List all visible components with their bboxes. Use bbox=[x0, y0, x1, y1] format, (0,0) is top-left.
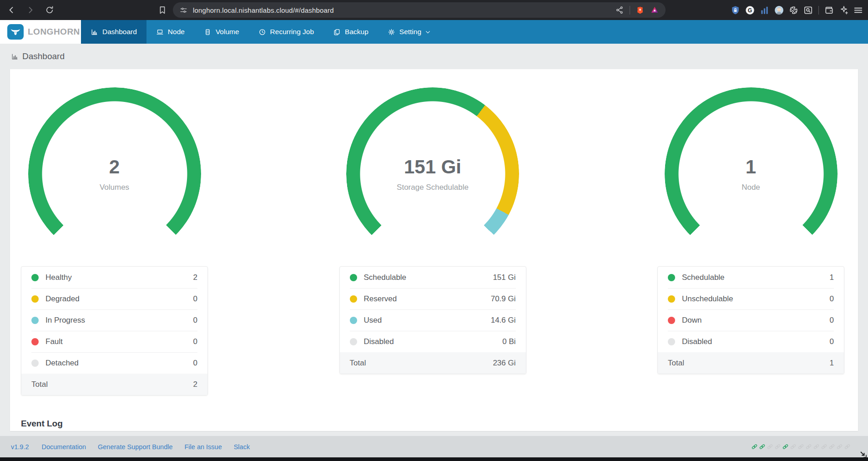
footer-link-file-an-issue[interactable]: File an Issue bbox=[184, 443, 222, 451]
nav-item-label: Backup bbox=[345, 28, 368, 36]
legend-table-node: Schedulable1Unschedulable0Down0Disabled0… bbox=[657, 266, 844, 374]
legend-row: Healthy2 bbox=[21, 267, 207, 288]
gauge-label: Volumes bbox=[100, 183, 129, 192]
wallet-icon[interactable] bbox=[824, 5, 834, 15]
legend-label: Healthy bbox=[45, 273, 72, 282]
gauge-center: 1Node bbox=[665, 87, 838, 260]
url-text[interactable]: longhorn.local.nishantlabs.cloud/#/dashb… bbox=[193, 6, 334, 14]
status-dot bbox=[31, 338, 39, 345]
gauge-column-node: 1NodeSchedulable1Unschedulable0Down0Disa… bbox=[657, 87, 844, 395]
reload-button[interactable] bbox=[42, 2, 57, 18]
legend-row: Disabled0 Bi bbox=[340, 331, 526, 352]
legend-label: Disabled bbox=[364, 337, 394, 346]
divider bbox=[818, 6, 819, 15]
back-button[interactable] bbox=[4, 2, 19, 18]
bookmark-button[interactable] bbox=[157, 5, 167, 15]
footer-link-generate-support-bundle[interactable]: Generate Support Bundle bbox=[98, 443, 172, 451]
status-dot bbox=[350, 338, 357, 345]
status-dot bbox=[350, 317, 357, 324]
legend-row: Schedulable1 bbox=[658, 267, 844, 288]
gauge-column-storage-schedulable: 151 GiStorage SchedulableSchedulable151 … bbox=[339, 87, 526, 395]
legend-value: 0 bbox=[830, 294, 834, 304]
total-value: 2 bbox=[193, 380, 197, 389]
longhorn-logo[interactable]: LONGHORN bbox=[0, 20, 81, 44]
legend-label: Unschedulable bbox=[682, 294, 733, 304]
legend-value: 0 bbox=[193, 359, 197, 368]
legend-row: Used14.6 Gi bbox=[340, 309, 526, 331]
chain-link-icon bbox=[767, 443, 773, 450]
database-icon bbox=[204, 28, 212, 36]
brave-rewards-icon[interactable] bbox=[650, 5, 659, 15]
nav-item-setting[interactable]: Setting bbox=[378, 20, 441, 44]
legend-row: Unschedulable0 bbox=[658, 288, 844, 309]
extension-shield-lock-icon[interactable] bbox=[730, 5, 741, 15]
address-bar[interactable]: longhorn.local.nishantlabs.cloud/#/dashb… bbox=[173, 2, 666, 18]
legend-value: 1 bbox=[830, 273, 834, 282]
menu-icon[interactable] bbox=[853, 5, 863, 15]
nav-item-node[interactable]: Node bbox=[146, 20, 194, 44]
legend-label: Used bbox=[364, 316, 382, 325]
extensions-puzzle-icon[interactable] bbox=[788, 5, 799, 15]
brave-shield-icon[interactable] bbox=[636, 5, 645, 15]
chain-link-icon bbox=[797, 443, 804, 450]
gear-icon bbox=[388, 28, 395, 36]
legend-label: In Progress bbox=[45, 316, 85, 325]
status-dot bbox=[668, 295, 675, 303]
site-settings-icon[interactable] bbox=[179, 6, 188, 15]
reload-icon bbox=[45, 5, 54, 15]
status-dot bbox=[350, 274, 357, 281]
legend-value: 0 bbox=[830, 337, 834, 346]
status-dot bbox=[31, 295, 39, 303]
footer-link-documentation[interactable]: Documentation bbox=[42, 443, 86, 451]
legend-label: Degraded bbox=[45, 294, 80, 304]
legend-row: Disabled0 bbox=[658, 331, 844, 352]
gauge-center: 2Volumes bbox=[28, 87, 201, 260]
footer-link-slack[interactable]: Slack bbox=[234, 443, 250, 451]
profile-avatar[interactable] bbox=[774, 5, 784, 15]
total-label: Total bbox=[31, 380, 48, 389]
status-dot bbox=[668, 274, 675, 281]
nav-item-dashboard[interactable]: Dashboard bbox=[81, 20, 146, 44]
leo-ai-icon[interactable] bbox=[838, 5, 849, 15]
nav-item-backup[interactable]: Backup bbox=[323, 20, 378, 44]
legend-table-volumes: Healthy2Degraded0In Progress0Fault0Detac… bbox=[21, 266, 208, 395]
nav-item-recurring-job[interactable]: Recurring Job bbox=[249, 20, 324, 44]
chain-link-icon bbox=[813, 443, 820, 450]
extension-stats-icon[interactable] bbox=[759, 5, 770, 15]
screen: longhorn.local.nishantlabs.cloud/#/dashb… bbox=[0, 0, 868, 461]
brand-name: LONGHORN bbox=[28, 27, 80, 37]
bottom-strip bbox=[0, 457, 868, 461]
legend-value: 0 Bi bbox=[502, 337, 515, 346]
status-dot bbox=[668, 338, 675, 345]
chain-link-icon bbox=[821, 443, 828, 450]
total-label: Total bbox=[350, 359, 366, 368]
legend-row: Schedulable151 Gi bbox=[340, 267, 526, 288]
gauge-value: 2 bbox=[109, 156, 120, 178]
svg-text:G: G bbox=[748, 7, 752, 13]
legend-value: 70.9 Gi bbox=[491, 294, 516, 304]
version-label: v1.9.2 bbox=[11, 443, 29, 451]
divider bbox=[630, 6, 630, 15]
legend-total-row: Total1 bbox=[658, 352, 844, 374]
gauge-row: 2VolumesHealthy2Degraded0In Progress0Fau… bbox=[10, 69, 858, 395]
chain-link-icon bbox=[805, 443, 812, 450]
legend-table-storage-schedulable: Schedulable151 GiReserved70.9 GiUsed14.6… bbox=[339, 266, 526, 374]
status-dot bbox=[668, 317, 675, 324]
extension-g-icon[interactable]: G bbox=[745, 5, 755, 15]
app-navbar: LONGHORN DashboardNodeVolumeRecurring Jo… bbox=[0, 20, 868, 44]
total-value: 236 Gi bbox=[493, 359, 515, 368]
share-icon[interactable] bbox=[615, 5, 624, 15]
search-tabs-icon[interactable] bbox=[803, 5, 813, 15]
chain-link-icon bbox=[782, 443, 789, 450]
page-title-text: Dashboard bbox=[22, 51, 65, 61]
event-log-heading: Event Log bbox=[21, 419, 63, 429]
legend-value: 14.6 Gi bbox=[491, 316, 516, 325]
forward-button[interactable] bbox=[23, 2, 38, 18]
legend-row: Detached0 bbox=[21, 352, 207, 374]
legend-label: Schedulable bbox=[364, 273, 407, 282]
gauge-storage-schedulable: 151 GiStorage Schedulable bbox=[346, 87, 519, 260]
nav-item-label: Dashboard bbox=[102, 28, 137, 36]
nav-item-volume[interactable]: Volume bbox=[194, 20, 249, 44]
legend-value: 0 bbox=[193, 337, 197, 346]
page-title: Dashboard bbox=[11, 51, 65, 61]
